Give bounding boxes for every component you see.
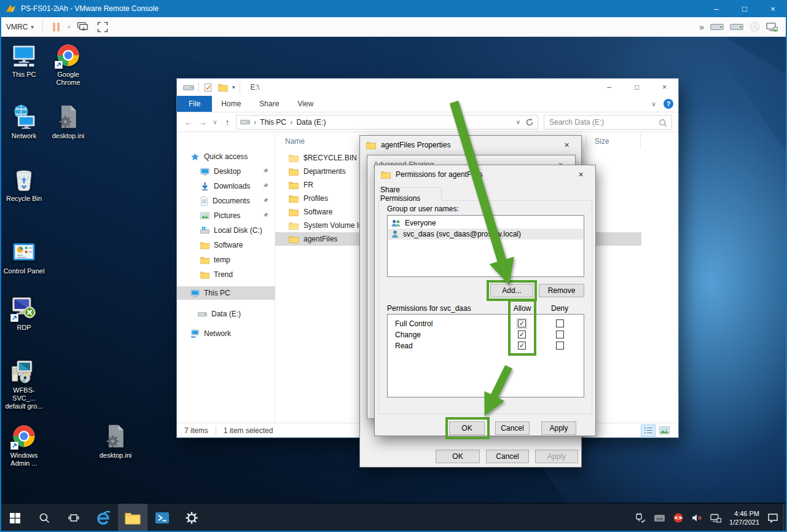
tab-home[interactable]: Home xyxy=(212,96,250,112)
address-dropdown-icon[interactable]: ∨ xyxy=(516,119,520,125)
sidebar-item-local-disk-c[interactable]: Local Disk (C:) xyxy=(177,224,275,237)
help-icon[interactable]: ? xyxy=(664,99,673,109)
permissions-cancel-button[interactable]: Cancel xyxy=(495,421,530,435)
up-icon[interactable]: ↑ xyxy=(222,117,233,127)
send-ctrl-alt-del-button[interactable] xyxy=(77,22,88,32)
allow-full-control-checkbox[interactable]: ✓ xyxy=(518,319,526,327)
permissions-close-icon[interactable]: × xyxy=(567,166,595,183)
sidebar-item-temp[interactable]: temp xyxy=(177,253,275,267)
remove-button[interactable]: Remove xyxy=(539,284,584,297)
forward-icon[interactable]: → xyxy=(197,117,208,127)
file-row[interactable]: Profiles xyxy=(275,192,328,205)
deny-change-checkbox[interactable] xyxy=(556,331,564,338)
taskbar-internet-explorer[interactable] xyxy=(88,504,118,532)
tab-view[interactable]: View xyxy=(288,96,323,112)
permissions-list[interactable]: Full Control Change Read xyxy=(387,314,584,397)
explorer-maximize-button[interactable]: □ xyxy=(623,79,651,96)
sidebar-item-data-e[interactable]: Data (E:) xyxy=(177,307,275,321)
deny-full-control-checkbox[interactable] xyxy=(556,319,564,327)
taskbar-clock[interactable]: 4:46 PM 1/27/2021 xyxy=(729,509,759,526)
sidebar-item-software[interactable]: Software xyxy=(177,238,275,252)
minimize-button[interactable]: – xyxy=(702,0,730,17)
volume-muted-icon[interactable] xyxy=(691,514,702,522)
desktop-icon-control-panel[interactable]: Control Panel xyxy=(2,238,46,275)
details-view-button[interactable] xyxy=(641,425,655,436)
properties-apply-button[interactable]: Apply xyxy=(535,450,578,463)
breadcrumb-this-pc[interactable]: This PC xyxy=(260,118,286,127)
desktop-icon-this-pc[interactable]: This PC xyxy=(2,42,46,79)
taskbar-file-explorer[interactable] xyxy=(118,504,147,532)
network-tray-icon[interactable] xyxy=(710,514,721,523)
refresh-icon[interactable] xyxy=(525,118,534,127)
vmware-tools-icon[interactable]: vm xyxy=(654,514,665,523)
tab-file[interactable]: File xyxy=(177,96,212,112)
file-row[interactable]: Departments xyxy=(275,165,346,178)
desktop-icon-wfbs-installer[interactable]: WFBS-SVC_... default gro... xyxy=(2,358,46,410)
new-folder-icon[interactable] xyxy=(218,84,228,92)
task-view-button[interactable] xyxy=(59,504,88,532)
qat-caret-icon[interactable]: ▾ xyxy=(232,84,235,90)
sidebar-item-downloads[interactable]: Downloads xyxy=(177,179,275,193)
file-row[interactable]: FR xyxy=(275,178,313,192)
sidebar-item-quick-access[interactable]: Quick access xyxy=(177,150,275,163)
deny-read-checkbox[interactable] xyxy=(556,342,564,350)
allow-read-checkbox[interactable]: ✓ xyxy=(518,342,526,350)
search-input[interactable] xyxy=(544,115,671,129)
search-icon[interactable] xyxy=(659,119,667,127)
permissions-apply-button[interactable]: Apply xyxy=(541,421,576,435)
trend-micro-icon[interactable] xyxy=(673,513,683,523)
sidebar-item-pictures[interactable]: Pictures xyxy=(177,209,275,222)
explorer-close-button[interactable]: × xyxy=(651,79,678,96)
desktop-icon-google-chrome[interactable]: Google Chrome xyxy=(46,42,90,87)
tab-share[interactable]: Share xyxy=(250,96,288,112)
desktop-icon-windows-admin[interactable]: Windows Admin ... xyxy=(2,423,46,467)
address-bar[interactable]: › This PC › Data (E:) ∨ xyxy=(236,115,538,130)
taskbar-settings[interactable] xyxy=(177,504,206,532)
taskbar-powershell[interactable] xyxy=(147,504,177,532)
back-icon[interactable]: ← xyxy=(183,117,194,127)
user-row-svc-daas[interactable]: svc_daas (svc_daas@proserv.local) xyxy=(388,229,583,240)
fullscreen-button[interactable] xyxy=(97,22,108,33)
close-button[interactable]: × xyxy=(759,0,787,17)
desktop-icon-desktop-ini-2[interactable]: desktop.ini xyxy=(93,423,138,460)
file-row[interactable]: $RECYCLE.BIN xyxy=(275,151,357,165)
toolbar-overflow-icon[interactable]: » xyxy=(699,22,704,32)
tab-share-permissions[interactable]: Share Permissions xyxy=(380,187,442,201)
hard-disk-2-icon[interactable] xyxy=(730,22,743,31)
history-dropdown-icon[interactable]: ∨ xyxy=(211,119,219,125)
properties-cancel-button[interactable]: Cancel xyxy=(486,450,529,463)
action-center-icon[interactable] xyxy=(767,513,778,523)
show-desktop-button[interactable] xyxy=(783,504,787,532)
cd-drive-icon[interactable] xyxy=(750,22,760,32)
maximize-button[interactable]: □ xyxy=(730,0,759,17)
suspend-button[interactable] xyxy=(52,23,61,31)
group-user-list[interactable]: Everyone svc_daas (svc_daas@proserv.loca… xyxy=(387,215,584,277)
sidebar-item-trend[interactable]: Trend xyxy=(177,268,275,281)
hard-disk-icon[interactable] xyxy=(710,22,724,31)
properties-ok-button[interactable]: OK xyxy=(436,450,480,463)
desktop-icon-network[interactable]: Network xyxy=(2,103,46,140)
usb-device-icon[interactable] xyxy=(635,513,646,523)
column-divider[interactable] xyxy=(586,133,587,149)
desktop-icon-rdp[interactable]: RDP xyxy=(2,295,46,332)
ribbon-collapse-icon[interactable]: ∨ xyxy=(651,100,656,108)
desktop-icon-desktop-ini[interactable]: desktop.ini xyxy=(46,103,90,140)
allow-change-checkbox[interactable]: ✓ xyxy=(518,331,526,338)
breadcrumb-data-e[interactable]: Data (E:) xyxy=(296,118,326,127)
sidebar-item-network[interactable]: Network xyxy=(177,327,275,340)
explorer-minimize-button[interactable]: – xyxy=(595,79,623,96)
network-adapter-icon[interactable] xyxy=(766,22,778,32)
column-header-name[interactable]: Name xyxy=(285,137,305,146)
start-button[interactable] xyxy=(0,504,29,532)
column-header-size[interactable]: Size xyxy=(595,137,609,146)
user-row-everyone[interactable]: Everyone xyxy=(388,217,583,229)
sidebar-item-this-pc[interactable]: This PC xyxy=(177,286,275,300)
taskbar-search-button[interactable] xyxy=(29,504,59,532)
properties-close-icon[interactable]: × xyxy=(553,136,581,154)
thumbnail-view-button[interactable] xyxy=(657,425,671,436)
column-divider[interactable] xyxy=(640,133,641,149)
vmrc-menu-button[interactable]: VMRC ▾ xyxy=(0,23,37,31)
sidebar-item-desktop[interactable]: Desktop xyxy=(177,165,275,178)
quick-access-properties-icon[interactable] xyxy=(203,83,213,92)
sidebar-item-documents[interactable]: Documents xyxy=(177,194,275,208)
